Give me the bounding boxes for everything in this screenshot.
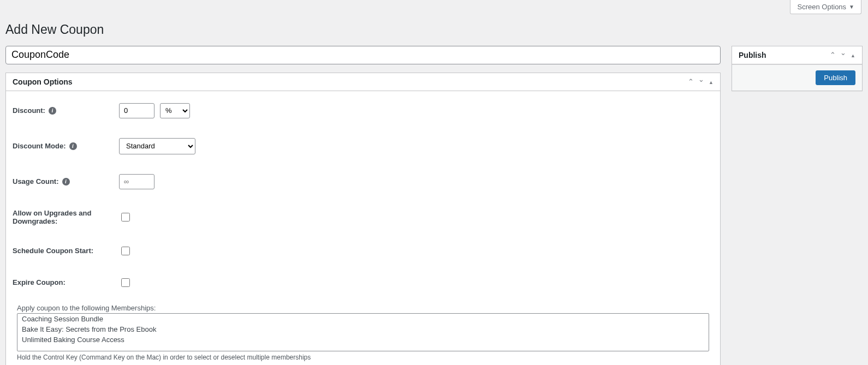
coupon-options-title: Coupon Options [13,77,683,86]
memberships-select[interactable]: Coaching Session Bundle Bake It Easy: Se… [17,313,709,351]
allow-upgrades-label: Allow on Upgrades and Downgrades: [13,209,114,225]
discount-amount-input[interactable] [119,103,154,118]
triangle-down-icon: ▼ [849,4,854,10]
usage-count-label: Usage Count: [13,177,59,186]
membership-option[interactable]: Unlimited Baking Course Access [17,334,709,345]
info-icon[interactable]: i [49,107,56,115]
allow-upgrades-checkbox[interactable] [121,213,130,222]
discount-mode-select[interactable]: Standard [119,138,195,154]
expire-coupon-checkbox[interactable] [121,278,130,287]
coupon-code-input[interactable] [5,46,721,64]
panel-up-icon[interactable] [688,77,694,86]
schedule-start-label: Schedule Coupon Start: [13,247,93,255]
discount-mode-label: Discount Mode: [13,142,66,150]
discount-type-select[interactable]: % [160,103,190,118]
panel-down-icon[interactable] [840,51,846,59]
panel-up-icon[interactable] [830,51,836,59]
panel-down-icon[interactable] [698,77,704,86]
schedule-start-checkbox[interactable] [121,247,130,255]
screen-options-label: Screen Options [797,3,846,11]
membership-option[interactable]: Bake It Easy: Secrets from the Pros Eboo… [17,324,709,334]
membership-option[interactable]: Coaching Session Bundle [17,314,709,324]
publish-title: Publish [739,51,825,59]
panel-toggle-icon[interactable] [709,78,714,86]
memberships-label: Apply coupon to the following Membership… [17,304,709,312]
panel-toggle-icon[interactable] [851,51,855,59]
page-title: Add New Coupon [0,22,868,37]
memberships-help-text: Hold the Control Key (Command Key on the… [17,354,709,361]
info-icon[interactable]: i [62,178,70,186]
usage-count-input[interactable] [119,174,154,189]
publish-panel: Publish Publish [732,46,863,91]
expire-coupon-label: Expire Coupon: [13,278,66,286]
screen-options-button[interactable]: Screen Options ▼ [790,0,861,14]
publish-button[interactable]: Publish [816,70,855,85]
info-icon[interactable]: i [69,142,77,150]
discount-label: Discount: [13,106,45,115]
coupon-options-panel: Coupon Options Discount: i % [5,73,721,365]
